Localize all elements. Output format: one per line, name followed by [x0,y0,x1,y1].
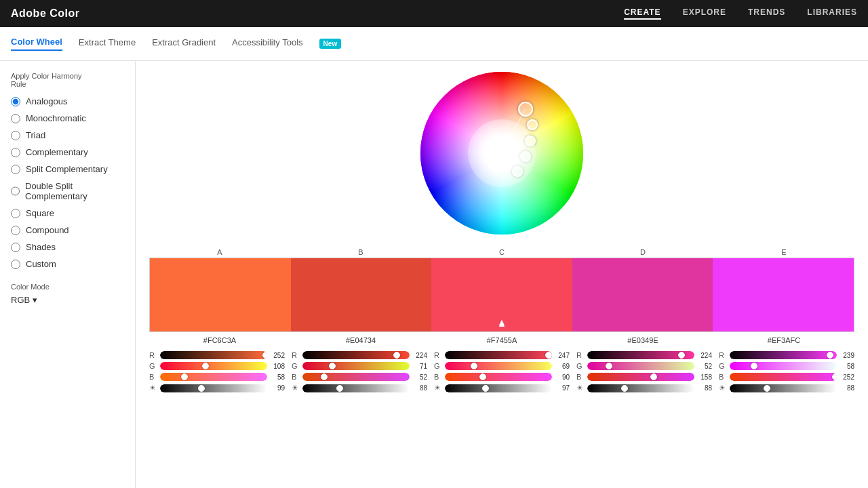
svg-line-4 [502,153,517,171]
harmony-rules: Analogous Monochromatic Triad Complement… [11,96,124,269]
hex-value-a: #FC6C3A [149,336,290,344]
hex-row: #FC6C3A#E04734#F7455A#E0349E#EF3AFC [149,336,854,344]
color-mode-select[interactable]: RGB ▾ [11,295,124,305]
top-nav: Adobe Color CREATE EXPLORE TRENDS LIBRAR… [0,0,868,27]
rule-analogous[interactable]: Analogous [11,96,124,106]
rule-custom[interactable]: Custom [11,259,124,269]
rule-triad[interactable]: Triad [11,130,124,140]
tab-extract-gradient[interactable]: Extract Gradient [152,37,216,50]
slider-row-☀-c: ☀97 [434,384,570,392]
swatch-labels: A B C D E [149,248,854,256]
rule-compound[interactable]: Compound [11,225,124,235]
color-wheel-container [420,72,583,235]
slider-row-r-c: R247 [434,351,570,359]
wheel-dot-3[interactable] [520,151,531,162]
slider-group: R252G108B58☀99R224G71B52☀88R247G69B90☀97… [149,351,854,395]
swatches-section: A B C D E ▲ #FC6C3A#E04734#F7455A#E0349E… [136,248,868,344]
hex-value-d: #E0349E [572,336,713,344]
slider-row-r-a: R252 [149,351,285,359]
brand-logo: Adobe Color [11,7,80,20]
new-badge: New [319,39,342,49]
swatch-e[interactable] [713,258,854,331]
slider-row-g-d: G52 [576,362,712,370]
hex-value-e: #EF3AFC [713,336,854,344]
slider-row-g-b: G71 [292,362,427,370]
wheel-dot-0[interactable] [518,102,533,117]
rule-square[interactable]: Square [11,208,124,218]
swatch-label-d: D [572,248,713,256]
wheel-dot-1[interactable] [527,119,538,130]
slider-row-g-e: G58 [719,362,854,370]
slider-row-☀-d: ☀88 [576,384,712,392]
tab-accessibility-tools[interactable]: Accessibility Tools [232,37,303,50]
harmony-section-label: Apply Color Harmony Rule [11,72,124,88]
chevron-down-icon: ▾ [33,295,37,305]
slider-row-r-e: R239 [719,351,854,359]
color-mode-label: Color Mode [11,283,124,291]
slider-row-b-d: B158 [576,373,712,381]
content-area: A B C D E ▲ #FC6C3A#E04734#F7455A#E0349E… [136,61,868,488]
swatch-label-e: E [713,248,854,256]
slider-row-b-a: B58 [149,373,285,381]
slider-row-r-b: R224 [292,351,427,359]
rule-complementary[interactable]: Complementary [11,147,124,157]
nav-trends[interactable]: TRENDS [748,7,785,20]
svg-line-3 [502,153,526,157]
tab-color-wheel[interactable]: Color Wheel [11,37,62,51]
slider-row-b-b: B52 [292,373,427,381]
svg-line-2 [502,141,530,153]
wheel-dot-4[interactable] [512,166,523,177]
slider-row-☀-a: ☀99 [149,384,285,392]
swatches-row: ▲ [149,258,854,332]
slider-row-g-a: G108 [149,362,285,370]
slider-row-b-e: B252 [719,373,854,381]
slider-row-b-c: B90 [434,373,570,381]
swatch-label-b: B [290,248,431,256]
rule-double-split-complementary[interactable]: Double Split Complementary [11,181,124,201]
tabs-bar: Color Wheel Extract Theme Extract Gradie… [0,27,868,61]
color-wheel[interactable] [420,72,583,235]
nav-links: CREATE EXPLORE TRENDS LIBRARIES [624,7,857,20]
tab-extract-theme[interactable]: Extract Theme [79,37,136,50]
hex-value-c: #F7455A [431,336,572,344]
swatch-d[interactable] [572,258,713,331]
sliders-section: R252G108B58☀99R224G71B52☀88R247G69B90☀97… [136,351,868,395]
swatch-a[interactable] [150,258,291,331]
slider-row-r-d: R224 [576,351,712,359]
nav-libraries[interactable]: LIBRARIES [807,7,857,20]
swatch-c[interactable]: ▲ [431,258,572,331]
slider-column-c: R247G69B90☀97 [434,351,570,395]
slider-row-☀-b: ☀88 [292,384,427,392]
nav-explore[interactable]: EXPLORE [683,7,726,20]
slider-column-e: R239G58B252☀88 [719,351,854,395]
slider-row-g-c: G69 [434,362,570,370]
nav-create[interactable]: CREATE [624,7,660,20]
slider-column-a: R252G108B58☀99 [149,351,285,395]
sidebar: Apply Color Harmony Rule Analogous Monoc… [0,61,136,488]
wheel-dot-2[interactable] [525,136,536,146]
rule-split-complementary[interactable]: Split Complementary [11,164,124,174]
hex-value-b: #E04734 [290,336,431,344]
slider-column-b: R224G71B52☀88 [292,351,427,395]
rule-monochromatic[interactable]: Monochromatic [11,113,124,123]
swatch-label-c: C [431,248,572,256]
rule-shades[interactable]: Shades [11,242,124,252]
swatch-label-a: A [149,248,290,256]
slider-column-d: R224G52B158☀88 [576,351,712,395]
main-content: Apply Color Harmony Rule Analogous Monoc… [0,61,868,488]
color-mode-section: Color Mode RGB ▾ [11,283,124,305]
slider-row-☀-e: ☀88 [719,384,854,392]
swatch-b[interactable] [291,258,432,331]
